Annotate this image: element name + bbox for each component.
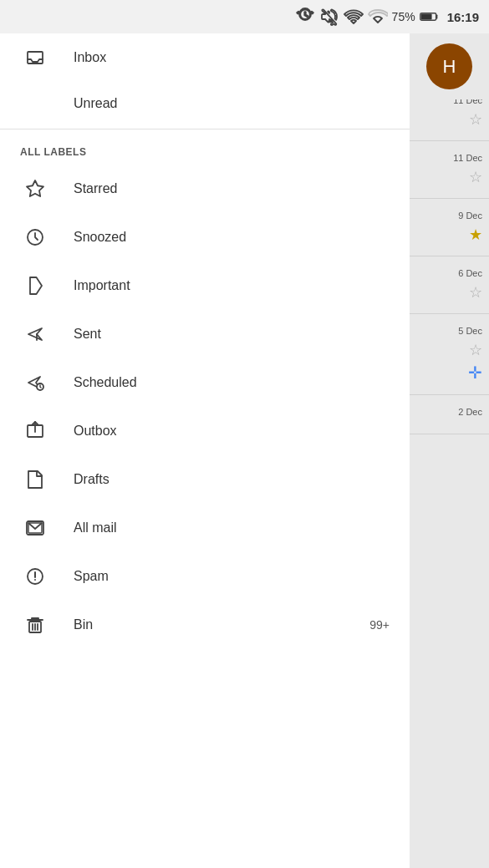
email-row-6: 2 Dec <box>410 395 489 434</box>
email-list-bg: 11 Dec ☆ 11 Dec ☆ 9 Dec ★ 6 Dec ☆ 5 Dec … <box>410 84 489 868</box>
svg-rect-1 <box>420 14 431 20</box>
scheduled-label: Scheduled <box>74 375 390 390</box>
email-date-3: 9 Dec <box>458 211 482 221</box>
email-date-6: 2 Dec <box>458 407 482 417</box>
drawer-item-drafts[interactable]: Drafts <box>0 455 410 504</box>
drawer-item-important[interactable]: Important <box>0 261 410 310</box>
bin-label: Bin <box>74 617 369 632</box>
inbox-label: Inbox <box>74 50 390 65</box>
email-row-4: 6 Dec ☆ <box>410 256 489 314</box>
all-labels-header: ALL LABELS <box>0 133 410 165</box>
email-star-3[interactable]: ★ <box>469 226 482 244</box>
status-time: 16:19 <box>447 10 479 24</box>
bin-badge: 99+ <box>369 618 390 632</box>
alarm-icon <box>295 7 315 27</box>
status-bar: 75% 16:19 <box>0 0 489 33</box>
svg-marker-5 <box>30 277 42 294</box>
starred-label: Starred <box>74 181 390 196</box>
snoozed-label: Snoozed <box>74 230 390 245</box>
signal-icon <box>368 7 388 27</box>
drawer-item-unread[interactable]: Unread <box>0 82 410 125</box>
avatar[interactable]: H <box>426 43 472 89</box>
status-icons: 75% 16:19 <box>295 7 479 27</box>
drawer-item-scheduled[interactable]: Scheduled <box>0 358 410 407</box>
email-row-2: 11 Dec ☆ <box>410 141 489 199</box>
spam-label: Spam <box>74 569 390 584</box>
email-row-3: 9 Dec ★ <box>410 199 489 256</box>
email-date-2: 11 Dec <box>453 153 482 163</box>
important-icon <box>20 276 50 296</box>
sent-label: Sent <box>74 327 390 342</box>
avatar-area: H <box>410 33 489 99</box>
email-star-5[interactable]: ☆ <box>469 341 482 359</box>
drawer-item-bin[interactable]: Bin 99+ <box>0 601 410 649</box>
drafts-icon <box>20 470 50 490</box>
drawer-item-snoozed[interactable]: Snoozed <box>0 213 410 261</box>
email-star-1[interactable]: ☆ <box>469 110 482 129</box>
email-row-5: 5 Dec ☆ ✛ <box>410 314 489 395</box>
outbox-label: Outbox <box>74 424 390 439</box>
allmail-icon <box>20 518 50 538</box>
allmail-label: All mail <box>74 520 390 536</box>
scheduled-icon <box>20 373 50 393</box>
bin-icon <box>20 615 50 635</box>
clock-icon <box>20 227 50 247</box>
star-icon <box>20 179 50 199</box>
svg-point-16 <box>34 579 36 581</box>
unread-label: Unread <box>74 96 117 111</box>
important-label: Important <box>74 278 390 293</box>
google-plus-icon: ✛ <box>468 363 482 383</box>
drawer-item-inbox[interactable]: Inbox <box>0 33 410 82</box>
drawer-item-starred[interactable]: Starred <box>0 165 410 213</box>
drawer-item-outbox[interactable]: Outbox <box>0 407 410 455</box>
drawer-item-spam[interactable]: Spam <box>0 552 410 601</box>
outbox-icon <box>20 421 50 441</box>
mute-icon <box>319 7 339 27</box>
svg-marker-6 <box>28 328 42 340</box>
drawer-item-allmail[interactable]: All mail <box>0 504 410 552</box>
sent-icon <box>20 324 50 344</box>
email-star-4[interactable]: ☆ <box>469 283 482 302</box>
wifi-icon <box>344 7 364 27</box>
email-date-5: 5 Dec <box>458 326 482 336</box>
battery-text: 75% <box>392 10 415 23</box>
divider-1 <box>0 129 410 129</box>
email-date-4: 6 Dec <box>458 268 482 278</box>
drafts-label: Drafts <box>74 472 390 487</box>
email-star-2[interactable]: ☆ <box>469 168 482 186</box>
svg-marker-3 <box>27 180 43 196</box>
drawer-item-sent[interactable]: Sent <box>0 310 410 358</box>
spam-icon <box>20 566 50 586</box>
battery-icon <box>420 7 440 27</box>
drawer: Inbox Unread ALL LABELS Starred Snoozed <box>0 33 410 868</box>
inbox-icon <box>20 48 50 68</box>
